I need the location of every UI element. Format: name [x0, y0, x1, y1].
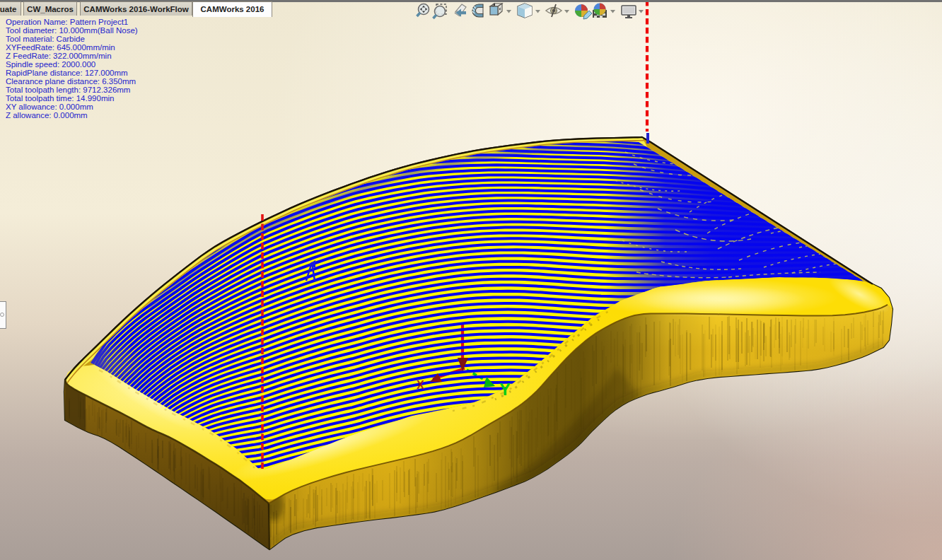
- svg-text:Y: Y: [499, 380, 511, 399]
- svg-text:X: X: [417, 379, 424, 391]
